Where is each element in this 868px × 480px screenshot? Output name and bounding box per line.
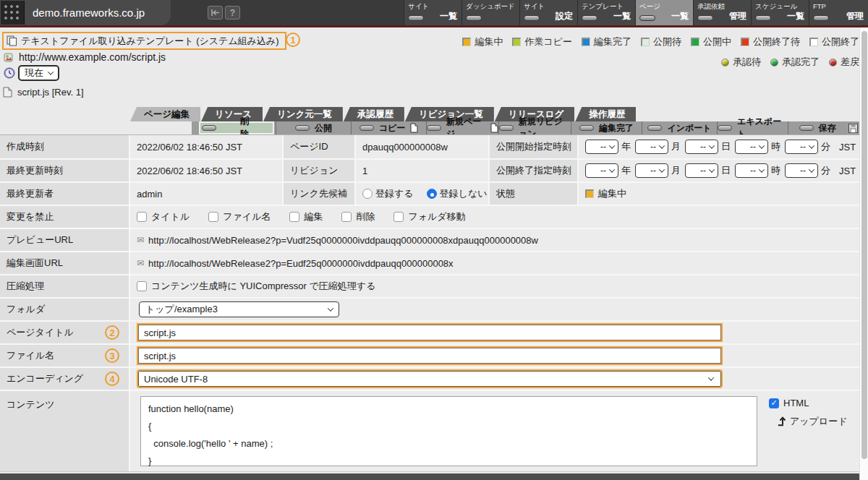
compress-label: 圧縮処理	[0, 275, 130, 297]
no-register-option[interactable]: 登録しない	[427, 187, 488, 200]
publish-button[interactable]: 公開	[276, 121, 351, 134]
app-grid-icon[interactable]	[1, 1, 25, 25]
radio-selected-icon[interactable]	[427, 189, 437, 199]
pub-start-minute-select[interactable]: --	[785, 140, 818, 154]
pub-end-minute-select[interactable]: --	[785, 163, 818, 178]
pub-start-day-select[interactable]: --	[685, 140, 718, 154]
state-value: 編集中	[579, 183, 859, 205]
forbid-delete-option[interactable]: 削除	[341, 210, 375, 223]
chevron-down-icon	[609, 142, 615, 148]
tab-operation-history[interactable]: 操作履歴	[575, 107, 636, 121]
updater-value: admin	[130, 183, 284, 205]
nav-pill-icon	[697, 15, 713, 21]
row-preview-url: プレビューURL ✉ http://localhost/WebRelease2?…	[0, 228, 859, 251]
preview-url-text[interactable]: http://localhost/WebRelease2?p=Vudf25q00…	[148, 235, 538, 246]
status-dot-icon	[721, 59, 729, 67]
row-encoding: エンコーディング 4 Unicode UTF-8	[0, 367, 859, 390]
checkbox-unchecked-icon[interactable]	[289, 212, 299, 222]
chevron-down-icon	[809, 142, 814, 148]
scrollbar-track[interactable]	[859, 27, 868, 480]
folder-select[interactable]: トップ/example3	[139, 301, 339, 317]
tab-approval-history[interactable]: 承認履歴	[344, 107, 404, 121]
page-title-input[interactable]: script.js	[138, 325, 721, 340]
copy-button[interactable]: コピー	[351, 121, 426, 134]
forbid-folder-move-option[interactable]: フォルダ移動	[393, 210, 465, 223]
preview-url-label: プレビューURL	[0, 229, 130, 251]
revision-time-select[interactable]: 現在	[18, 65, 59, 81]
nav-pill-icon	[466, 15, 482, 21]
status-square-icon	[641, 38, 650, 46]
status-square-icon	[741, 38, 749, 46]
nav-schedule-list[interactable]: スケジュール 一覧	[751, 0, 809, 25]
tab-link-source-list[interactable]: リンク元一覧	[263, 107, 343, 121]
page-property-grid: 作成時刻 2022/06/02 18:46:50 JST ページID dpauq…	[0, 134, 859, 472]
template-name: テキストファイル取り込みテンプレート (システム組み込み)	[21, 35, 279, 48]
delete-button[interactable]: 削除	[192, 121, 276, 134]
nav-approval-管理[interactable]: 承認依頼 管理	[693, 0, 751, 25]
filename-input[interactable]: script.js	[138, 348, 721, 364]
page-file-icon	[3, 87, 12, 98]
encoding-label: エンコーディング 4	[0, 368, 130, 390]
pageid-label: ページID	[284, 135, 356, 158]
edit-url-value: ✉ http://localhost/WebRelease2?p=Eudf25q…	[130, 252, 859, 274]
pub-end-month-select[interactable]: --	[635, 163, 668, 178]
nav-site-list[interactable]: サイト 一覧	[404, 0, 461, 25]
register-option[interactable]: 登録する	[362, 187, 414, 200]
nav-ftp-管理[interactable]: FTP 管理	[809, 0, 868, 25]
forbid-edit-option[interactable]: 編集	[289, 210, 323, 223]
save-button[interactable]: 保存	[788, 121, 868, 134]
template-icon	[7, 35, 17, 46]
forbid-title-option[interactable]: タイトル	[137, 210, 190, 223]
button-pill-icon	[427, 125, 441, 131]
pub-end-day-select[interactable]: --	[685, 163, 718, 178]
clock-icon	[4, 67, 15, 79]
compress-value: コンテンツ生成時に YUICompressor で圧縮処理する	[130, 275, 859, 297]
new-page-button[interactable]: 新規ページ	[426, 121, 498, 134]
checkbox-unchecked-icon[interactable]	[137, 281, 147, 291]
export-button[interactable]: エキスポート	[717, 121, 788, 134]
pub-start-hour-select[interactable]: --	[735, 140, 768, 154]
status-square-icon	[512, 38, 521, 46]
pub-end-year-select[interactable]: --	[585, 163, 618, 178]
mail-link-icon[interactable]: ✉	[137, 235, 144, 245]
updater-label: 最終更新者	[0, 183, 130, 205]
edit-url-label: 編集画面URL	[0, 252, 130, 274]
nav-site-settings[interactable]: サイト 設定	[519, 0, 577, 25]
legend-work-copy: 作業コピー	[512, 35, 572, 48]
upload-button[interactable]: アップロード	[778, 415, 848, 428]
radio-unselected-icon[interactable]	[362, 189, 373, 199]
pub-end-value: --年 --月 --日 --時 --分 JST	[579, 160, 859, 181]
checkbox-checked-icon[interactable]: ✓	[769, 398, 779, 408]
checkbox-unchecked-icon[interactable]	[393, 212, 404, 222]
encoding-select[interactable]: Unicode UTF-8	[138, 371, 721, 387]
tab-page-edit[interactable]: ページ編集	[130, 107, 200, 121]
help-button[interactable]: ?	[225, 6, 240, 20]
forbid-options: タイトル ファイル名 編集 削除 フォルダ移動	[130, 206, 859, 228]
floppy-save-icon	[848, 124, 858, 133]
pub-start-month-select[interactable]: --	[635, 140, 668, 154]
checkbox-unchecked-icon[interactable]	[208, 212, 218, 222]
site-title: demo.frameworks.co.jp	[33, 0, 145, 25]
link-candidate-label: リンク先候補	[284, 183, 356, 205]
import-button[interactable]: インポート	[642, 121, 717, 134]
edit-url-text[interactable]: http://localhost/WebRelease2?p=Eudf25q00…	[148, 258, 454, 269]
nav-template-list[interactable]: テンプレート 一覧	[577, 0, 635, 25]
mail-link-icon[interactable]: ✉	[137, 258, 144, 268]
legend-approval-wait: 承認待	[721, 56, 761, 69]
page-status-legend: 編集中 作業コピー 編集完了 公開待 公開中 公開終了待 公開終了	[462, 35, 859, 48]
pub-start-year-select[interactable]: --	[585, 140, 618, 154]
checkbox-unchecked-icon[interactable]	[137, 212, 147, 222]
nav-dashboard[interactable]: ダッシュボード	[461, 0, 519, 25]
html-option[interactable]: ✓ HTML	[769, 398, 809, 408]
content-textarea[interactable]: function hello(name) { console.log('hell…	[140, 396, 757, 466]
scrollbar-thumb[interactable]	[861, 31, 867, 459]
forbid-filename-option[interactable]: ファイル名	[208, 210, 271, 223]
edit-complete-button[interactable]: 編集完了	[571, 121, 642, 134]
page-title-label: ページタイトル 2	[0, 322, 130, 343]
checkbox-unchecked-icon[interactable]	[341, 212, 352, 222]
logout-icon[interactable]	[208, 6, 223, 20]
nav-page-list[interactable]: ページ 一覧	[635, 0, 693, 25]
revision-time-row: 現在	[4, 65, 59, 81]
pub-end-hour-select[interactable]: --	[735, 163, 768, 178]
new-revision-button[interactable]: 新規リビジョン	[498, 121, 571, 134]
